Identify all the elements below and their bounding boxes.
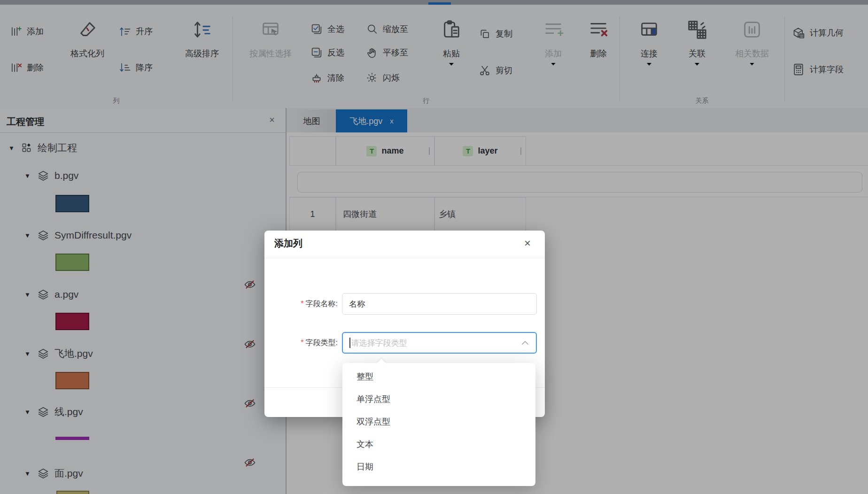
select-placeholder: 请选择字段类型 — [351, 338, 521, 348]
dropdown-option-float[interactable]: 单浮点型 — [342, 388, 535, 410]
label-text: 字段名称: — [306, 299, 338, 309]
app-window: 添加 删除 格式化列 升序 降序 高级排序 列 按属性选择 — [0, 0, 868, 494]
required-asterisk: * — [301, 300, 303, 308]
dialog-close-button[interactable]: × — [519, 235, 535, 251]
label-text: 字段类型: — [306, 338, 338, 348]
dialog-title: 添加列 — [274, 237, 302, 250]
dropdown-option-text[interactable]: 文本 — [342, 433, 535, 455]
field-type-select[interactable]: 请选择字段类型 — [342, 332, 537, 354]
dropdown-option-date[interactable]: 日期 — [342, 455, 535, 478]
field-type-label: * 字段类型: — [272, 332, 338, 354]
field-type-dropdown: 整型 单浮点型 双浮点型 文本 日期 — [342, 363, 535, 486]
field-name-label: * 字段名称: — [272, 293, 338, 315]
required-asterisk: * — [301, 339, 303, 347]
dialog-header-divider — [264, 258, 545, 258]
dropdown-option-integer[interactable]: 整型 — [342, 365, 535, 388]
text-cursor — [349, 338, 350, 348]
field-name-input[interactable] — [342, 293, 537, 315]
chevron-up-icon — [521, 340, 529, 346]
dropdown-option-double[interactable]: 双浮点型 — [342, 410, 535, 433]
